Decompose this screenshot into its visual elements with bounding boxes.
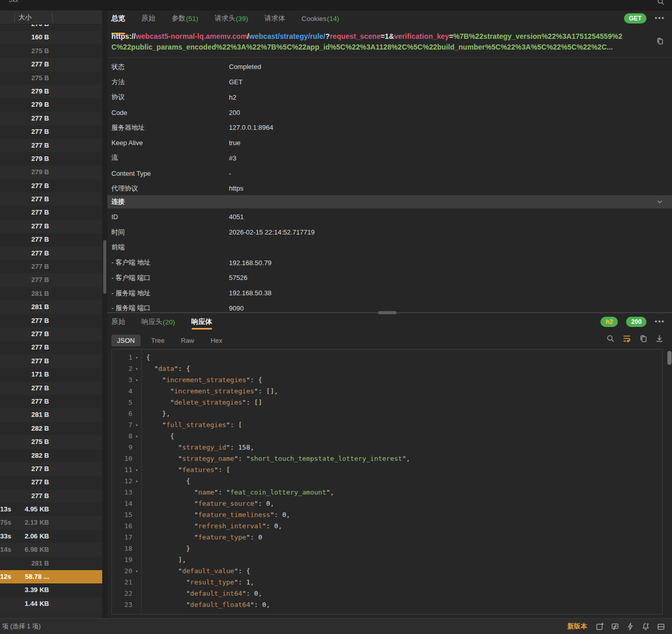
table-row[interactable]: 14s6.98 KB (0, 543, 102, 556)
table-row[interactable]: 277 B (0, 395, 102, 408)
connection-section-header[interactable]: 连接 (107, 195, 672, 208)
table-row[interactable]: 277 B (0, 489, 102, 503)
download-icon[interactable] (655, 334, 664, 343)
feedback-icon[interactable] (611, 622, 619, 631)
table-row[interactable]: 275 B (0, 435, 102, 449)
request-size: 281 B (14, 287, 49, 300)
table-row[interactable]: 277 B (0, 139, 102, 152)
table-row[interactable]: 277 B (0, 193, 102, 206)
table-row[interactable]: 281 B (0, 557, 102, 570)
new-version-link[interactable]: 新版本 (567, 622, 587, 631)
table-row[interactable]: 281 B (0, 408, 102, 421)
request-size: 279 B (14, 85, 49, 98)
tab-原始[interactable]: 原始 (111, 313, 125, 331)
fold-toggle-icon[interactable]: ▾ (132, 464, 141, 476)
sidebar-scrollbar-thumb[interactable] (103, 240, 106, 294)
table-row[interactable]: 279 B (0, 85, 102, 98)
view-tab-raw[interactable]: Raw (175, 335, 200, 346)
table-row[interactable]: 277 B (0, 125, 102, 138)
request-size: 277 B (14, 220, 49, 233)
table-row[interactable]: 33s2.06 KB (0, 530, 102, 543)
more-options-icon[interactable]: ••• (655, 14, 665, 23)
tab-label: Cookies (302, 15, 327, 22)
tab-请求体[interactable]: 请求体 (265, 10, 286, 27)
table-row[interactable]: 1.44 KB (0, 597, 102, 610)
table-row[interactable]: 282 B (0, 422, 102, 435)
table-row[interactable]: 281 B (0, 287, 102, 300)
table-row[interactable]: 160 B (0, 31, 102, 44)
token: ": [], (254, 387, 278, 395)
fold-toggle-icon[interactable]: ▾ (132, 431, 141, 442)
search-body-icon[interactable] (606, 334, 615, 343)
size-column-header[interactable]: 大小 (18, 10, 32, 24)
table-row[interactable]: 13s4.95 KB (0, 503, 102, 516)
tab-参数[interactable]: 参数(51) (172, 10, 198, 27)
json-code-viewer[interactable]: 1▾{2▾ "data": {3▾ "increment_strategies"… (111, 349, 663, 615)
token: full_strategies (166, 421, 226, 429)
table-row[interactable]: 277 B (0, 179, 102, 193)
more-options-icon[interactable]: ••• (655, 318, 665, 326)
table-row[interactable]: 277 B (0, 112, 102, 125)
fold-toggle-icon[interactable]: ▾ (132, 352, 141, 363)
word-wrap-icon[interactable] (622, 334, 631, 343)
copy-body-icon[interactable] (639, 334, 647, 343)
table-row[interactable]: 75s2.13 KB (0, 516, 102, 529)
filter-label[interactable]: 5xx (9, 0, 18, 4)
tab-Cookies[interactable]: Cookies(14) (302, 10, 339, 27)
view-tab-json[interactable]: JSON (111, 335, 141, 346)
table-row[interactable]: 279 B (0, 152, 102, 166)
table-row[interactable]: 281 B (0, 300, 102, 314)
request-url[interactable]: https://webcast5-normal-lq.amemv.com/web… (111, 31, 645, 53)
chevron-down-icon[interactable] (656, 198, 664, 206)
tab-原始[interactable]: 原始 (142, 10, 155, 27)
table-row[interactable]: 277 B (0, 58, 102, 71)
fold-toggle-icon[interactable]: ▾ (132, 566, 141, 577)
table-row[interactable]: 275 B (0, 44, 102, 58)
tab-请求头[interactable]: 请求头(39) (215, 10, 248, 27)
table-row[interactable]: 3.39 KB (0, 583, 102, 597)
bell-notification-icon[interactable] (641, 622, 650, 631)
fold-toggle-icon[interactable]: ▾ (132, 419, 141, 431)
table-row[interactable]: 277 B (0, 314, 102, 327)
table-row[interactable]: 277 B (0, 462, 102, 476)
tab-总览[interactable]: 总览 (111, 10, 125, 27)
fold-toggle-icon[interactable]: ▾ (132, 363, 141, 374)
table-row[interactable]: 277 B (0, 355, 102, 368)
table-row[interactable]: 277 B (0, 260, 102, 273)
tab-响应头[interactable]: 响应头(20) (142, 313, 175, 331)
lightning-icon[interactable] (626, 622, 635, 631)
token: feature_type (198, 533, 246, 541)
table-row[interactable]: 279 B (0, 98, 102, 111)
kv-row: 方法GET (107, 75, 672, 90)
table-row[interactable]: 279 B (0, 166, 102, 179)
new-window-icon[interactable] (595, 622, 604, 631)
table-row[interactable]: 12s58.78 ... (0, 570, 102, 583)
copy-url-icon[interactable] (656, 37, 664, 45)
table-row[interactable]: 277 B (0, 341, 102, 354)
table-row[interactable]: 277 B (0, 247, 102, 260)
code-line: 18 } (112, 543, 662, 554)
view-tab-hex[interactable]: Hex (205, 335, 228, 346)
table-row[interactable]: 277 B (0, 220, 102, 233)
token: ": " (214, 488, 230, 496)
kv-label: 状态 (111, 62, 229, 72)
table-row[interactable]: 282 B (0, 449, 102, 462)
table-row[interactable]: 277 B (0, 206, 102, 219)
code-scrollbar-thumb[interactable] (667, 351, 671, 365)
fold-toggle-icon[interactable]: ▾ (132, 476, 141, 487)
view-tab-tree[interactable]: Tree (146, 335, 170, 346)
panel-divider[interactable] (102, 10, 107, 618)
search-icon[interactable] (657, 0, 665, 6)
tab-响应体[interactable]: 响应体 (192, 313, 213, 331)
table-row[interactable]: 171 B (0, 368, 102, 381)
layout-panel-icon[interactable] (657, 622, 665, 631)
table-row[interactable]: 277 B (0, 327, 102, 341)
fold-toggle-icon[interactable]: ▾ (132, 374, 141, 386)
table-row[interactable]: 277 B (0, 273, 102, 287)
table-row[interactable]: 277 B (0, 233, 102, 246)
table-row[interactable]: 270 B (0, 25, 102, 31)
kv-value: 9090 (229, 304, 244, 312)
table-row[interactable]: 275 B (0, 72, 102, 85)
table-row[interactable]: 277 B (0, 382, 102, 395)
table-row[interactable]: 277 B (0, 476, 102, 489)
